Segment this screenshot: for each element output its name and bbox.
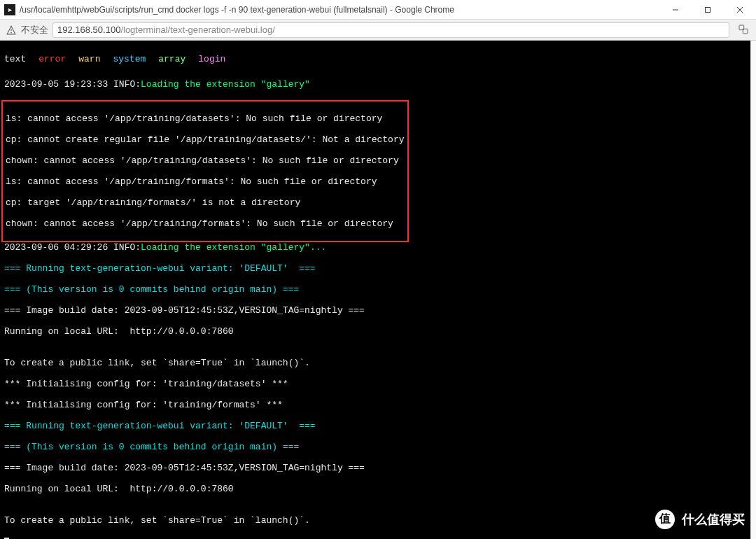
log-line: === Running text-generation-webui varian…	[4, 263, 752, 274]
filter-array[interactable]: array	[158, 54, 186, 64]
filter-system[interactable]: system	[113, 54, 146, 64]
window-titlebar: ▸ /usr/local/emhttp/webGui/scripts/run_c…	[0, 0, 756, 20]
filter-login[interactable]: login	[198, 54, 225, 64]
log-line: 2023-09-06 04:29:26 INFO:Loading the ext…	[4, 242, 752, 253]
insecure-label: 不安全	[21, 24, 48, 36]
address-bar: 不安全 192.168.50.100/logterminal/text-gene…	[0, 20, 756, 41]
highlighted-error-block: ls: cannot access '/app/training/dataset…	[1, 100, 409, 242]
url-path: /logterminal/text-generation-webui.log/	[120, 24, 274, 35]
log-line: === Running text-generation-webui varian…	[4, 421, 752, 431]
terminal-output[interactable]: texterrorwarnsystemarraylogin 2023-09-05…	[0, 41, 756, 539]
maximize-button[interactable]	[692, 0, 724, 20]
window-title: /usr/local/emhttp/webGui/scripts/run_cmd…	[20, 5, 659, 15]
log-line: ls: cannot access '/app/training/formats…	[6, 176, 405, 187]
close-button[interactable]	[724, 0, 756, 20]
log-line: === (This version is 0 commits behind or…	[4, 284, 752, 295]
minimize-button[interactable]	[659, 0, 692, 20]
log-line: === (This version is 0 commits behind or…	[4, 442, 752, 452]
log-line: Running on local URL: http://0.0.0.0:786…	[4, 484, 752, 494]
filter-error[interactable]: error	[38, 54, 66, 64]
log-line: === Image build date: 2023-09-05T12:45:5…	[4, 463, 752, 473]
log-line: chown: cannot access '/app/training/data…	[6, 155, 405, 166]
app-icon: ▸	[4, 4, 15, 15]
right-edge-sliver	[750, 41, 756, 539]
translate-icon[interactable]	[738, 24, 750, 36]
log-line: To create a public link, set `share=True…	[4, 515, 752, 526]
log-line: To create a public link, set `share=True…	[4, 358, 752, 368]
url-host: 192.168.50.100	[57, 24, 120, 35]
log-line: ls: cannot access '/app/training/dataset…	[6, 113, 405, 124]
log-line: *** Initialising config for: 'training/d…	[4, 379, 752, 389]
url-input[interactable]: 192.168.50.100/logterminal/text-generati…	[52, 22, 729, 38]
log-line: Running on local URL: http://0.0.0.0:786…	[4, 326, 752, 337]
log-line: *** Initialising config for: 'training/f…	[4, 400, 752, 410]
window-controls	[659, 0, 756, 20]
watermark-icon: 值	[654, 508, 676, 531]
log-line: cp: target '/app/training/formats/' is n…	[6, 197, 405, 208]
log-line: chown: cannot access '/app/training/form…	[6, 218, 405, 229]
log-line: 2023-09-05 19:23:33 INFO:Loading the ext…	[4, 79, 752, 90]
filter-text[interactable]: text	[4, 54, 26, 64]
watermark: 值 什么值得买	[654, 508, 745, 531]
log-line: === Image build date: 2023-09-05T12:45:5…	[4, 305, 752, 316]
watermark-text: 什么值得买	[682, 514, 745, 525]
insecure-icon	[6, 24, 17, 36]
svg-point-5	[11, 32, 12, 33]
log-filter-row: texterrorwarnsystemarraylogin	[4, 54, 752, 64]
filter-warn[interactable]: warn	[78, 54, 100, 64]
svg-rect-1	[706, 7, 710, 12]
log-line: cp: cannot create regular file '/app/tra…	[6, 134, 405, 145]
